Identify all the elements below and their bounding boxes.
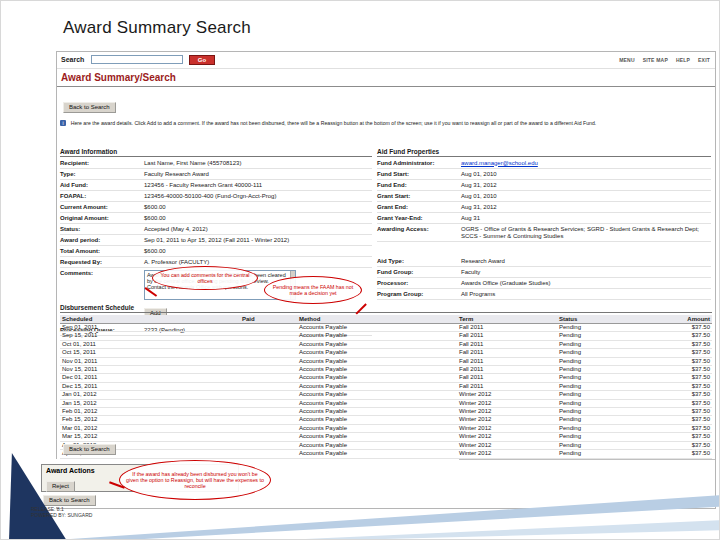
info-icon: i (60, 120, 66, 126)
table-cell: $37.50 (652, 416, 712, 424)
table-cell: Fall 2011 (457, 340, 557, 348)
field-label: Fund Group: (377, 269, 461, 276)
table-cell: Winter 2012 (457, 424, 557, 432)
table-cell: Feb 15, 2012 (60, 416, 240, 424)
table-cell (240, 391, 297, 399)
callout-reassign-text: If the award has already been disbursed … (126, 471, 264, 489)
back-to-search-button-bottom[interactable]: Back to Search (43, 495, 96, 506)
instructions-text: Here are the award details. Click Add to… (71, 120, 705, 126)
table-cell: $37.50 (652, 399, 712, 407)
field-label: Processor: (377, 280, 461, 287)
table-cell: $37.50 (652, 366, 712, 374)
table-row: Oct 01, 2011Accounts PayableFall 2011Pen… (60, 340, 712, 348)
table-cell: Jan 01, 2012 (60, 391, 240, 399)
table-cell: Jan 15, 2012 (60, 399, 240, 407)
table-cell: Fall 2011 (457, 332, 557, 340)
page-title: Award Summary/Search (61, 72, 176, 83)
top-nav-link[interactable]: HELP (676, 57, 690, 63)
table-cell (240, 399, 297, 407)
table-cell: Fall 2011 (457, 324, 557, 332)
field-label: Fund End: (377, 182, 461, 189)
table-cell: Mar 01, 2012 (60, 424, 240, 432)
table-cell: Feb 01, 2012 (60, 408, 240, 416)
aid-fund-properties-section: Aid Fund Properties Fund Administrator:a… (377, 148, 711, 300)
table-cell (240, 408, 297, 416)
field-row: Awarding Access:OGRS - Office of Grants … (377, 224, 711, 242)
field-label: Program Group: (377, 291, 461, 298)
table-cell: Nov 15, 2011 (60, 366, 240, 374)
field-value: Aug 31 (461, 215, 711, 222)
table-cell: $37.50 (652, 374, 712, 382)
callout-pending: Pending means the FAAM has not made a de… (264, 276, 362, 304)
search-label: Search (61, 56, 84, 63)
back-to-search-button-top[interactable]: Back to Search (63, 102, 116, 113)
field-label: Aid Type: (377, 258, 461, 265)
search-input[interactable] (91, 55, 183, 64)
field-value: $600.00 (144, 204, 372, 211)
field-value: 123456 - Faculty Research Grant 40000-11… (144, 182, 372, 189)
table-cell: $37.50 (652, 441, 712, 449)
go-button[interactable]: Go (189, 55, 215, 65)
field-label: Status: (60, 226, 144, 233)
table-cell: Fall 2011 (457, 357, 557, 365)
table-cell (240, 374, 297, 382)
table-cell: Pending (557, 399, 652, 407)
field-value-link[interactable]: award.manager@school.edu (461, 160, 711, 167)
top-nav-link[interactable]: SITE MAP (643, 57, 668, 63)
field-value: Faculty Research Award (144, 171, 372, 178)
field-value: All Programs (461, 291, 711, 298)
table-cell: Pending (557, 340, 652, 348)
table-cell: Pending (557, 391, 652, 399)
table-row: Feb 15, 2012Accounts PayableWinter 2012P… (60, 416, 712, 424)
title-divider (57, 86, 715, 87)
fund-classification-fields: Aid Type:Research AwardFund Group:Facult… (377, 256, 711, 300)
table-cell (240, 324, 297, 332)
table-cell: Winter 2012 (457, 450, 557, 458)
callout-pending-text: Pending means the FAAM has not made a de… (271, 284, 355, 296)
table-cell: Oct 01, 2011 (60, 340, 240, 348)
table-row: Apr 01, 2012Accounts PayableWinter 2012P… (60, 441, 712, 449)
reject-button[interactable]: Reject (46, 481, 75, 492)
table-cell: Pending (557, 433, 652, 441)
instructions-row: i Here are the award details. Click Add … (60, 120, 708, 126)
field-row: Program Group:All Programs (377, 289, 711, 300)
section-title-award-information: Award Information (60, 148, 372, 157)
table-cell: Accounts Payable (297, 433, 457, 441)
table-cell: Pending (557, 324, 652, 332)
field-row: Fund End:Aug 31, 2012 (377, 180, 711, 191)
field-label: Grant Start: (377, 193, 461, 200)
top-nav-link[interactable]: MENU (619, 57, 635, 63)
table-cell: Accounts Payable (297, 382, 457, 390)
table-cell: Pending (557, 408, 652, 416)
table-cell: Fall 2011 (457, 366, 557, 374)
comments-label: Comments: (60, 270, 144, 304)
back-to-search-button-middle[interactable]: Back to Search (63, 444, 116, 455)
top-bar: Search Go MENUSITE MAPHELPEXIT (57, 52, 715, 69)
table-cell: Pending (557, 332, 652, 340)
table-cell: Pending (557, 450, 652, 458)
field-row: Grant Start:Aug 01, 2010 (377, 191, 711, 202)
table-cell: Accounts Payable (297, 366, 457, 374)
section-title-aid-fund-properties: Aid Fund Properties (377, 148, 711, 157)
table-cell: $37.50 (652, 349, 712, 357)
top-links: MENUSITE MAPHELPEXIT (611, 57, 710, 63)
column-header: Scheduled (60, 315, 240, 324)
disbursement-header-row: ScheduledPaidMethodTermStatusAmount (60, 315, 712, 324)
table-cell (240, 332, 297, 340)
table-cell: Accounts Payable (297, 450, 457, 458)
table-row: Jan 01, 2012Accounts PayableWinter 2012P… (60, 391, 712, 399)
table-cell: Winter 2012 (457, 399, 557, 407)
field-row: Status:Accepted (May 4, 2012) (60, 224, 372, 235)
table-cell: Dec 15, 2011 (60, 382, 240, 390)
field-value: Sep 01, 2011 to Apr 15, 2012 (Fall 2011 … (144, 237, 372, 244)
screenshot-frame: Search Go MENUSITE MAPHELPEXIT Award Sum… (56, 51, 716, 509)
table-cell: Winter 2012 (457, 391, 557, 399)
field-label: Grant End: (377, 204, 461, 211)
table-cell (240, 366, 297, 374)
field-label: Awarding Access: (377, 226, 461, 240)
field-label: Award period: (60, 237, 144, 244)
field-value: Research Award (461, 258, 711, 265)
table-cell: Accounts Payable (297, 374, 457, 382)
top-nav-link[interactable]: EXIT (698, 57, 710, 63)
section-title-disbursement-schedule: Disbursement Schedule (60, 304, 712, 313)
